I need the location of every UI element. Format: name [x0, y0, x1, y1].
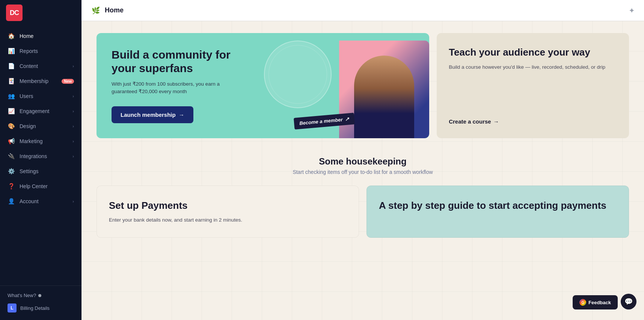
- sidebar-item-users-label: Users: [20, 93, 72, 99]
- sidebar-item-engagement[interactable]: 📈 Engagement ›: [0, 104, 81, 119]
- sidebar-item-design[interactable]: 🎨 Design ›: [0, 119, 81, 134]
- billing-label: Billing Details: [20, 305, 50, 311]
- membership-badge: New: [62, 79, 74, 84]
- marketing-icon: 📢: [8, 137, 15, 145]
- billing-details-button[interactable]: L Billing Details: [6, 300, 75, 315]
- engagement-chevron-icon: ›: [72, 109, 74, 113]
- feedback-label: Feedback: [588, 300, 611, 305]
- create-course-arrow: →: [493, 118, 499, 125]
- payments-card-title: Set up Payments: [109, 199, 347, 212]
- main-content: 🌿 Home ✦ Build a community for your supe…: [81, 0, 644, 320]
- engagement-icon: 📈: [8, 107, 15, 115]
- chat-icon: 💬: [624, 297, 633, 306]
- sidebar-item-design-label: Design: [20, 123, 72, 129]
- create-course-label: Create a course: [449, 118, 491, 125]
- design-chevron-icon: ›: [72, 124, 74, 128]
- google-icon: G: [579, 299, 586, 306]
- topbar-left: 🌿 Home: [90, 5, 124, 16]
- sidebar-item-account[interactable]: 👤 Account ›: [0, 194, 81, 209]
- hero-card-title: Build a community for your superfans: [112, 48, 239, 75]
- sidebar-item-membership[interactable]: 🃏 Membership New: [0, 74, 81, 89]
- sidebar-item-content[interactable]: 📄 Content ›: [0, 59, 81, 74]
- content-chevron-icon: ›: [72, 64, 74, 68]
- sidebar-bottom: What's New? L Billing Details: [0, 285, 81, 320]
- sidebar-item-content-label: Content: [20, 63, 72, 69]
- sidebar-item-help[interactable]: ❓ Help Center: [0, 179, 81, 194]
- sidebar-item-integrations-label: Integrations: [20, 153, 72, 159]
- sidebar-item-engagement-label: Engagement: [20, 108, 72, 114]
- sidebar-item-home-label: Home: [20, 33, 74, 39]
- sidebar-item-membership-label: Membership: [20, 78, 59, 84]
- content-icon: 📄: [8, 62, 15, 70]
- globe-decoration: [264, 41, 332, 108]
- sidebar-item-home[interactable]: 🏠 Home: [0, 29, 81, 44]
- logo-icon[interactable]: DC: [6, 5, 23, 21]
- home-icon: 🏠: [8, 32, 15, 40]
- integrations-chevron-icon: ›: [72, 154, 74, 158]
- person-silhouette: [354, 56, 414, 138]
- design-icon: 🎨: [8, 122, 15, 130]
- users-chevron-icon: ›: [72, 94, 74, 98]
- hero-card: Build a community for your superfans Wit…: [97, 33, 429, 138]
- home-nav-icon: 🌿: [90, 5, 101, 16]
- payments-card-desc: Enter your bank details now, and start e…: [109, 216, 347, 224]
- hero-card-subtitle: With just ₹200 from 100 subscribers, you…: [112, 80, 232, 96]
- settings-icon: ⚙️: [8, 168, 15, 175]
- launch-btn-arrow: →: [179, 112, 184, 118]
- whats-new-button[interactable]: What's New?: [6, 290, 75, 300]
- page-title: Home: [105, 6, 124, 14]
- users-icon: 👥: [8, 92, 15, 100]
- sidebar-item-users[interactable]: 👥 Users ›: [0, 89, 81, 104]
- integrations-icon: 🔌: [8, 152, 15, 160]
- sidebar-logo: DC: [0, 0, 81, 26]
- sidebar-item-reports-label: Reports: [20, 48, 74, 54]
- billing-avatar: L: [8, 303, 17, 312]
- sidebar-item-settings[interactable]: ⚙️ Settings: [0, 164, 81, 179]
- housekeeping-title: Some housekeeping: [97, 156, 629, 167]
- teach-audience-card: Teach your audience your way Build a cou…: [437, 33, 629, 138]
- content-area: Build a community for your superfans Wit…: [81, 21, 644, 320]
- sidebar-item-marketing[interactable]: 📢 Marketing ›: [0, 134, 81, 149]
- housekeeping-cards: Set up Payments Enter your bank details …: [97, 186, 629, 238]
- sidebar-item-account-label: Account: [20, 198, 72, 204]
- sidebar-item-marketing-label: Marketing: [20, 138, 72, 144]
- sparkle-icon[interactable]: ✦: [629, 6, 635, 15]
- sidebar-item-help-label: Help Center: [20, 183, 74, 189]
- sidebar-item-settings-label: Settings: [20, 168, 74, 174]
- guide-card-title: A step by step guide to start accepting …: [379, 199, 617, 212]
- sidebar-item-integrations[interactable]: 🔌 Integrations ›: [0, 149, 81, 164]
- topbar: 🌿 Home ✦: [81, 0, 644, 21]
- housekeeping-subtitle: Start checking items off your to-do list…: [97, 169, 629, 175]
- account-icon: 👤: [8, 198, 15, 205]
- create-course-link[interactable]: Create a course →: [449, 118, 617, 125]
- sidebar: DC 🏠 Home 📊 Reports 📄 Content › 🃏 Member…: [0, 0, 81, 320]
- sidebar-nav: 🏠 Home 📊 Reports 📄 Content › 🃏 Membershi…: [0, 26, 81, 285]
- membership-icon: 🃏: [8, 77, 15, 85]
- launch-btn-label: Launch membership: [121, 112, 176, 118]
- feedback-button[interactable]: G Feedback: [573, 295, 618, 309]
- guide-card: A step by step guide to start accepting …: [366, 186, 629, 238]
- payments-card: Set up Payments Enter your bank details …: [97, 186, 359, 238]
- housekeeping-section: Some housekeeping Start checking items o…: [97, 156, 629, 238]
- whats-new-label: What's New?: [8, 293, 36, 298]
- launch-membership-button[interactable]: Launch membership →: [112, 106, 193, 123]
- reports-icon: 📊: [8, 47, 15, 55]
- side-card-description: Build a course however you'd like — live…: [449, 63, 617, 111]
- account-chevron-icon: ›: [72, 199, 74, 204]
- sidebar-item-reports[interactable]: 📊 Reports: [0, 44, 81, 59]
- chat-button[interactable]: 💬: [621, 294, 636, 309]
- side-card-title: Teach your audience your way: [449, 47, 617, 58]
- help-icon: ❓: [8, 183, 15, 190]
- marketing-chevron-icon: ›: [72, 139, 74, 143]
- whats-new-dot-icon: [38, 294, 41, 297]
- promo-cards-row: Build a community for your superfans Wit…: [97, 33, 629, 138]
